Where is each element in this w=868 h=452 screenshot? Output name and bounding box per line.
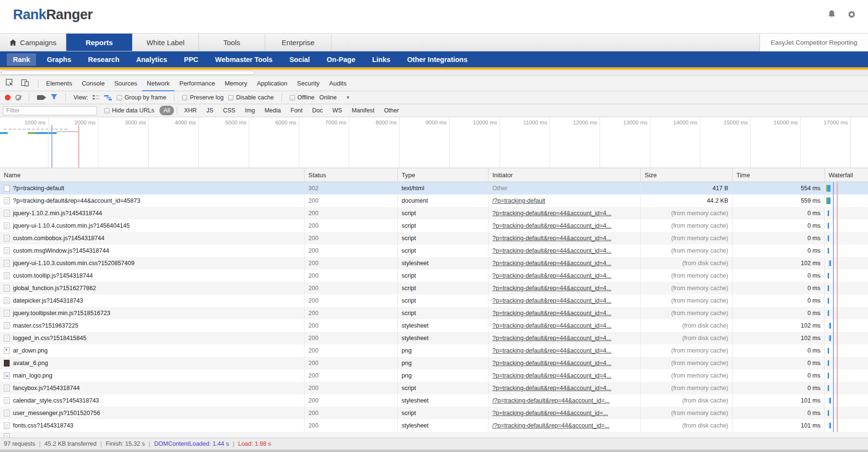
column-header-initiator[interactable]: Initiator: [488, 168, 640, 182]
cell-initiator[interactable]: /?p=tracking-default&rep=44&account_id=.…: [488, 419, 640, 432]
filter-funnel-icon[interactable]: [50, 94, 58, 101]
device-toolbar-icon[interactable]: [21, 79, 29, 88]
initiator-value[interactable]: ?p=tracking-default&rep=44&account_id=4.…: [492, 285, 611, 292]
throttling-dropdown[interactable]: Online ▼: [319, 94, 350, 101]
table-row[interactable]: main_logo.png 200 png ?p=tracking-defaul…: [0, 369, 868, 382]
table-row[interactable]: ar_down.png 200 png ?p=tracking-default&…: [0, 344, 868, 357]
filter-type-other[interactable]: Other: [380, 106, 403, 115]
cell-name[interactable]: jquery-ui-1.10.3.custom.min.css?15208574…: [0, 257, 304, 269]
cell-initiator[interactable]: /?p=tracking-default&rep=44&account_id=.…: [488, 394, 640, 407]
filter-type-css[interactable]: CSS: [219, 106, 239, 115]
cell-initiator[interactable]: ?p=tracking-default&rep=44&account_id=4.…: [488, 307, 640, 319]
overview-view-icon[interactable]: [104, 95, 112, 100]
cell-name[interactable]: fancybox.js?1454318744: [0, 382, 304, 394]
subnav-item-social[interactable]: Social: [283, 53, 316, 66]
devtools-tab-application[interactable]: Application: [252, 76, 293, 91]
page-scrollbar-thumb[interactable]: [1, 71, 255, 75]
cell-initiator[interactable]: ?p=tracking-default&rep=44&account_id=4.…: [488, 269, 640, 282]
subnav-item-webmaster-tools[interactable]: Webmaster Tools: [209, 53, 279, 66]
table-row[interactable]: custom.msgWindow.js?1454318744 200 scrip…: [0, 244, 868, 257]
column-header-status[interactable]: Status: [304, 168, 397, 182]
cell-initiator[interactable]: ?p=tracking-default&rep=44&account_id=4.…: [488, 344, 640, 357]
cell-initiator[interactable]: ?p=tracking-default&rep=44&account_id=4.…: [488, 282, 640, 294]
table-row[interactable]: calendar_style.css?1454318743 200 styles…: [0, 394, 868, 407]
table-row[interactable]: logged_in.css?1518415845 200 stylesheet …: [0, 332, 868, 344]
initiator-value[interactable]: ?p=tracking-default&rep=44&account_id=4.…: [492, 297, 611, 304]
table-row[interactable]: global_function.js?1516277862 200 script…: [0, 282, 868, 294]
cell-initiator[interactable]: ?p=tracking-default&rep=44&account_id=4.…: [488, 369, 640, 382]
column-header-time[interactable]: Time: [732, 168, 824, 182]
disable-cache-checkbox[interactable]: [228, 95, 233, 100]
cell-initiator[interactable]: ?p=tracking-default&rep=44&account_id=4.…: [488, 332, 640, 344]
hide-data-urls-control[interactable]: Hide data URLs: [104, 107, 154, 114]
subnav-item-ppc[interactable]: PPC: [178, 53, 205, 66]
table-row[interactable]: jquery.tooltipster.min.js?1518516723 200…: [0, 307, 868, 319]
initiator-value[interactable]: ?p=tracking-default&rep=44&account_id=4.…: [492, 222, 611, 229]
filter-type-img[interactable]: Img: [241, 106, 259, 115]
disable-cache-control[interactable]: Disable cache: [228, 94, 274, 101]
cell-initiator[interactable]: ?p=tracking-default&rep=44&account_id=4.…: [488, 220, 640, 232]
settings-gear-icon[interactable]: [847, 10, 856, 19]
cell-name[interactable]: ?p=tracking-default: [0, 182, 304, 195]
devtools-tab-network[interactable]: Network: [142, 76, 175, 91]
cell-name[interactable]: jquery-1.10.2.min.js?1454318744: [0, 207, 304, 220]
filter-input[interactable]: [3, 106, 97, 115]
devtools-tab-performance[interactable]: Performance: [174, 76, 220, 91]
cell-name[interactable]: main_logo.png: [0, 369, 304, 382]
cell-name[interactable]: user_messenger.js?1501520756: [0, 407, 304, 419]
table-row-partial[interactable]: [0, 432, 868, 438]
initiator-value[interactable]: ?p=tracking-default&rep=44&account_id=4.…: [492, 322, 611, 329]
table-row[interactable]: jquery-ui-1.10.4.custom.min.js?145640414…: [0, 220, 868, 232]
initiator-value[interactable]: ?p=tracking-default&rep=44&account_id=4.…: [492, 210, 611, 217]
column-header-name[interactable]: Name: [0, 168, 304, 182]
devtools-tab-security[interactable]: Security: [292, 76, 324, 91]
screenshot-capture-icon[interactable]: [37, 95, 44, 100]
cell-initiator[interactable]: ?p=tracking-default&rep=44&account_id=..…: [488, 407, 640, 419]
cell-name[interactable]: custom.combobox.js?1454318744: [0, 232, 304, 244]
table-row[interactable]: jquery-1.10.2.min.js?1454318744 200 scri…: [0, 207, 868, 220]
initiator-value[interactable]: ?p=tracking-default&rep=44&account_id=4.…: [492, 360, 611, 366]
top-tab-tools[interactable]: Tools: [199, 34, 265, 51]
cell-name[interactable]: jquery.tooltipster.min.js?1518516723: [0, 307, 304, 319]
subnav-item-analytics[interactable]: Analytics: [130, 53, 173, 66]
cell-name[interactable]: avatar_6.png: [0, 357, 304, 369]
subnav-item-other-integrations[interactable]: Other Integrations: [401, 53, 474, 66]
table-row[interactable]: fancybox.js?1454318744 200 script ?p=tra…: [0, 382, 868, 394]
timeline-overview[interactable]: 1000 ms2000 ms3000 ms4000 ms5000 ms6000 …: [0, 117, 868, 168]
devtools-tab-console[interactable]: Console: [77, 76, 110, 91]
filter-type-doc[interactable]: Doc: [308, 106, 327, 115]
record-button[interactable]: [5, 95, 11, 100]
column-header-waterfall[interactable]: Waterfall: [824, 168, 868, 182]
table-row[interactable]: avatar_6.png 200 png ?p=tracking-default…: [0, 357, 868, 369]
cell-initiator[interactable]: ?p=tracking-default&rep=44&account_id=4.…: [488, 382, 640, 394]
clear-button[interactable]: [15, 95, 21, 100]
offline-control[interactable]: Offline: [290, 94, 315, 101]
cell-initiator[interactable]: ?p=tracking-default&rep=44&account_id=4.…: [488, 244, 640, 257]
table-row[interactable]: datepicker.js?1454318743 200 script ?p=t…: [0, 294, 868, 307]
initiator-value[interactable]: /?p=tracking-default&rep=44&account_id=.…: [492, 422, 610, 429]
page-scrollbar[interactable]: [0, 70, 868, 76]
initiator-value[interactable]: /?p=tracking-default&rep=44&account_id=.…: [492, 397, 610, 404]
table-row[interactable]: custom.combobox.js?1454318744 200 script…: [0, 232, 868, 244]
cell-name[interactable]: fonts.css?1454318743: [0, 419, 304, 432]
cell-name[interactable]: datepicker.js?1454318743: [0, 294, 304, 307]
preserve-log-checkbox[interactable]: [182, 95, 187, 100]
initiator-value[interactable]: ?p=tracking-default&rep=44&account_id=4.…: [492, 335, 611, 342]
group-by-frame-checkbox[interactable]: [117, 95, 122, 100]
cell-name[interactable]: master.css?1519637225: [0, 319, 304, 332]
filter-type-js[interactable]: JS: [203, 106, 218, 115]
cell-name[interactable]: logged_in.css?1518415845: [0, 332, 304, 344]
filter-type-media[interactable]: Media: [261, 106, 285, 115]
initiator-value[interactable]: ?p=tracking-default&rep=44&account_id=..…: [492, 410, 608, 416]
cell-initiator[interactable]: ?p=tracking-default&rep=44&account_id=4.…: [488, 294, 640, 307]
initiator-value[interactable]: ?p=tracking-default&rep=44&account_id=4.…: [492, 260, 611, 267]
table-row[interactable]: ?p=tracking-default 302 text/html Other …: [0, 182, 868, 195]
cell-initiator[interactable]: ?p=tracking-default&rep=44&account_id=4.…: [488, 207, 640, 220]
filter-type-manifest[interactable]: Manifest: [348, 106, 378, 115]
initiator-value[interactable]: ?p=tracking-default&rep=44&account_id=4.…: [492, 310, 611, 317]
subnav-item-on-page[interactable]: On-Page: [320, 53, 362, 66]
initiator-value[interactable]: ?p=tracking-default&rep=44&account_id=4.…: [492, 272, 611, 279]
subnav-item-graphs[interactable]: Graphs: [40, 53, 77, 66]
cell-name[interactable]: custom.msgWindow.js?1454318744: [0, 244, 304, 257]
inspect-element-icon[interactable]: [6, 79, 14, 88]
